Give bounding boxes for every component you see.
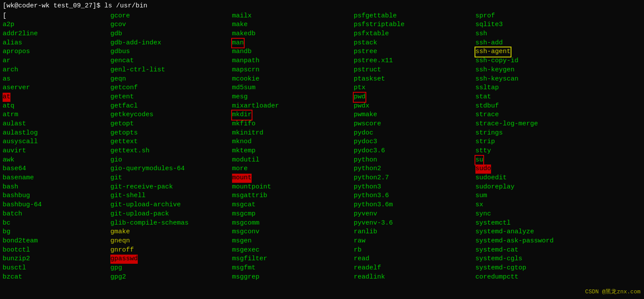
list-item: msggrep	[232, 273, 349, 282]
list-item: strace-log-merge	[475, 120, 619, 129]
list-item: gmake	[110, 228, 228, 237]
list-item: mcookie	[232, 75, 349, 84]
list-item: ptx	[354, 84, 471, 93]
list-item: mkinitrd	[232, 129, 349, 138]
list-item: gio	[110, 156, 228, 165]
list-item: mandb	[232, 47, 349, 57]
list-item: ssh	[475, 30, 619, 39]
list-item: pwd	[354, 93, 471, 102]
list-item: mktemp	[232, 147, 349, 156]
list-item: awk	[3, 156, 106, 165]
list-item: getfacl	[110, 102, 228, 111]
list-item: bzcat	[3, 273, 106, 282]
list-item: msgattrib	[232, 191, 349, 201]
list-item: atrm	[3, 111, 106, 120]
list-item: msgen	[232, 237, 349, 246]
list-item: pyvenv	[354, 210, 471, 219]
list-item: mailx	[232, 12, 349, 21]
list-item: sudoreplay	[475, 183, 619, 192]
list-item: systemd-cgls	[475, 255, 619, 264]
list-item: sudo	[475, 165, 619, 174]
list-item: sudoedit	[475, 174, 619, 183]
list-item: systemd-cgtop	[475, 264, 619, 273]
list-item: strings	[475, 129, 619, 138]
list-item: md5sum	[232, 84, 349, 93]
list-item: ausyscall	[3, 138, 106, 147]
list-item: arch	[3, 66, 106, 75]
list-item: mkdir	[232, 111, 349, 120]
list-item: atq	[3, 102, 106, 111]
list-item: su	[475, 156, 619, 165]
list-item: busctl	[3, 264, 106, 273]
list-item: geqn	[110, 75, 228, 84]
list-item: raw	[354, 237, 471, 246]
list-item: sx	[475, 201, 619, 210]
list-item: gneqn	[110, 237, 228, 246]
list-item: gcore	[110, 12, 228, 21]
list-item: apropos	[3, 47, 106, 57]
list-item: gio-querymodules-64	[110, 165, 228, 174]
list-item: systemd-analyze	[475, 228, 619, 237]
list-item: psfxtable	[354, 30, 471, 39]
list-item: auvirt	[3, 147, 106, 156]
list-item: python3	[354, 183, 471, 192]
list-item: bash	[3, 183, 106, 192]
list-item: more	[232, 165, 349, 174]
list-item: alias	[3, 39, 106, 48]
list-item: bashbug	[3, 191, 106, 201]
list-item: pstruct	[354, 66, 471, 75]
list-item: basename	[3, 174, 106, 183]
list-item: coredumpctt	[475, 273, 619, 282]
list-item: aserver	[3, 84, 106, 93]
list-item: pstack	[354, 39, 471, 48]
list-item: gettext	[110, 138, 228, 147]
list-item: python3.6m	[354, 201, 471, 210]
list-item: sprof	[475, 12, 619, 21]
list-item: pydoc3	[354, 138, 471, 147]
list-item: mkfifo	[232, 120, 349, 129]
list-item: readelf	[354, 264, 471, 273]
list-item: aulastlog	[3, 129, 106, 138]
list-item: aulast	[3, 120, 106, 129]
list-item: git-shell	[110, 191, 228, 201]
list-item: msgfmt	[232, 264, 349, 273]
list-item: psfstriptable	[354, 20, 471, 30]
list-item: msgexec	[232, 246, 349, 255]
watermark: CSDN @黑龙znx.com	[585, 288, 641, 296]
prompt-line: [wk@coder-wk test_09_27]$ ls /usr/bin	[3, 2, 641, 11]
list-item: pstree.x11	[354, 57, 471, 66]
list-item: bg	[3, 228, 106, 237]
list-item: sync	[475, 210, 619, 219]
column-5: sprofsqlite3sshssh-addssh-agentssh-copy-…	[475, 12, 623, 282]
list-item: at	[3, 93, 106, 102]
list-item: pydoc3.6	[354, 147, 471, 156]
list-item: sum	[475, 191, 619, 201]
list-item: bootctl	[3, 246, 106, 255]
list-item: ptaskset	[354, 75, 471, 84]
list-item: getent	[110, 93, 228, 102]
list-item: pyvenv-3.6	[354, 219, 471, 228]
list-item: git-receive-pack	[110, 183, 228, 192]
list-item: gdb-add-index	[110, 39, 228, 48]
list-item: rb	[354, 246, 471, 255]
list-item: mount	[232, 174, 349, 183]
list-item: readlink	[354, 273, 471, 282]
list-item: ssh-copy-id	[475, 57, 619, 66]
list-item: pwmake	[354, 111, 471, 120]
list-item: glib-compile-schemas	[110, 219, 228, 228]
columns-container: [a2paddr2linealiasaproposararchasaserver…	[3, 12, 641, 282]
list-item: getopt	[110, 120, 228, 129]
list-item: gnroff	[110, 246, 228, 255]
list-item: pwscore	[354, 120, 471, 129]
list-item: modutil	[232, 156, 349, 165]
list-item: mountpoint	[232, 183, 349, 192]
list-item: pwdx	[354, 102, 471, 111]
column-4: psfgettablepsfstriptablepsfxtablepstackp…	[354, 12, 475, 282]
list-item: git-upload-archive	[110, 201, 228, 210]
list-item: gencat	[110, 57, 228, 66]
list-item: msgcmp	[232, 210, 349, 219]
list-item: bashbug-64	[3, 201, 106, 210]
list-item: makedb	[232, 30, 349, 39]
list-item: stat	[475, 93, 619, 102]
list-item: ranlib	[354, 228, 471, 237]
